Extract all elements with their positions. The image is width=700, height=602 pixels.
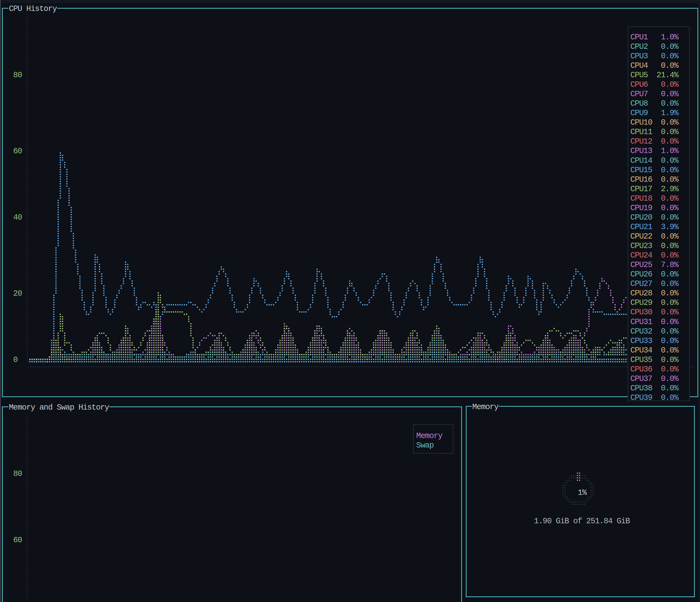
svg-text:CPU33 0.0%: CPU33 0.0% bbox=[630, 337, 679, 345]
svg-text:CPU23 0.0%: CPU23 0.0% bbox=[630, 241, 679, 251]
svg-text:40: 40 bbox=[13, 213, 22, 222]
svg-text:CPU7 0.0%: CPU7 0.0% bbox=[630, 90, 679, 99]
svg-text:CPU History: CPU History bbox=[9, 4, 57, 14]
svg-text:CPU26 0.0%: CPU26 0.0% bbox=[630, 270, 679, 279]
svg-text:CPU9 1.9%: CPU9 1.9% bbox=[630, 109, 679, 117]
svg-text:20: 20 bbox=[13, 289, 22, 298]
svg-text:CPU21 3.9%: CPU21 3.9% bbox=[630, 223, 679, 232]
svg-text:1.90 GiB of 251.84 GiB: 1.90 GiB of 251.84 GiB bbox=[534, 517, 630, 526]
svg-text:1%: 1% bbox=[578, 488, 587, 497]
svg-text:60: 60 bbox=[13, 147, 22, 156]
svg-text:CPU17 2.9%: CPU17 2.9% bbox=[630, 185, 679, 193]
svg-text:CPU2 0.0%: CPU2 0.0% bbox=[630, 42, 679, 51]
svg-text:CPU30 0.0%: CPU30 0.0% bbox=[630, 308, 679, 317]
svg-text:CPU20 0.0%: CPU20 0.0% bbox=[630, 213, 679, 222]
svg-text:CPU36 0.0%: CPU36 0.0% bbox=[630, 365, 679, 374]
svg-text:Memory: Memory bbox=[416, 431, 443, 441]
svg-text:CPU38 0.0%: CPU38 0.0% bbox=[630, 384, 679, 393]
svg-text:CPU1 1.0%: CPU1 1.0% bbox=[630, 33, 679, 42]
svg-text:CPU16 0.0%: CPU16 0.0% bbox=[630, 175, 679, 184]
svg-text:CPU34 0.0%: CPU34 0.0% bbox=[630, 346, 679, 355]
svg-text:CPU37 0.0%: CPU37 0.0% bbox=[630, 374, 679, 383]
svg-text:CPU3 0.0%: CPU3 0.0% bbox=[630, 52, 679, 61]
svg-text:CPU12 0.0%: CPU12 0.0% bbox=[630, 137, 679, 146]
svg-text:CPU22 0.0%: CPU22 0.0% bbox=[630, 232, 679, 241]
svg-text:CPU6 0.0%: CPU6 0.0% bbox=[630, 80, 679, 89]
svg-text:Memory and Swap History: Memory and Swap History bbox=[9, 403, 109, 412]
svg-text:CPU25 7.8%: CPU25 7.8% bbox=[630, 260, 679, 269]
svg-text:CPU35 0.0%: CPU35 0.0% bbox=[630, 356, 679, 364]
svg-text:CPU4 0.0%: CPU4 0.0% bbox=[630, 61, 679, 70]
svg-text:CPU10 0.0%: CPU10 0.0% bbox=[630, 118, 679, 127]
svg-text:80: 80 bbox=[13, 71, 22, 80]
svg-text:0: 0 bbox=[13, 356, 18, 364]
svg-text:CPU29 0.0%: CPU29 0.0% bbox=[630, 298, 679, 307]
svg-text:CPU11 0.0%: CPU11 0.0% bbox=[630, 128, 679, 136]
svg-text:CPU19 0.0%: CPU19 0.0% bbox=[630, 204, 679, 213]
svg-text:Memory: Memory bbox=[472, 402, 499, 412]
svg-text:CPU28 0.0%: CPU28 0.0% bbox=[630, 289, 679, 298]
svg-text:Swap: Swap bbox=[416, 441, 434, 450]
svg-text:CPU8 0.0%: CPU8 0.0% bbox=[630, 99, 679, 108]
svg-text:CPU15 0.0%: CPU15 0.0% bbox=[630, 166, 679, 175]
svg-text:CPU27 0.0%: CPU27 0.0% bbox=[630, 279, 679, 288]
svg-text:CPU31 0.0%: CPU31 0.0% bbox=[630, 317, 679, 326]
svg-text:80: 80 bbox=[13, 469, 22, 478]
svg-text:CPU5 21.4%: CPU5 21.4% bbox=[630, 71, 679, 80]
svg-text:CPU13 1.0%: CPU13 1.0% bbox=[630, 147, 679, 156]
svg-text:CPU18 0.0%: CPU18 0.0% bbox=[630, 194, 679, 203]
svg-text:CPU39 0.0%: CPU39 0.0% bbox=[630, 393, 679, 402]
svg-text:CPU32 0.0%: CPU32 0.0% bbox=[630, 327, 679, 336]
svg-text:CPU14 0.0%: CPU14 0.0% bbox=[630, 156, 679, 165]
svg-text:CPU24 0.0%: CPU24 0.0% bbox=[630, 251, 679, 260]
svg-text:60: 60 bbox=[13, 536, 22, 545]
